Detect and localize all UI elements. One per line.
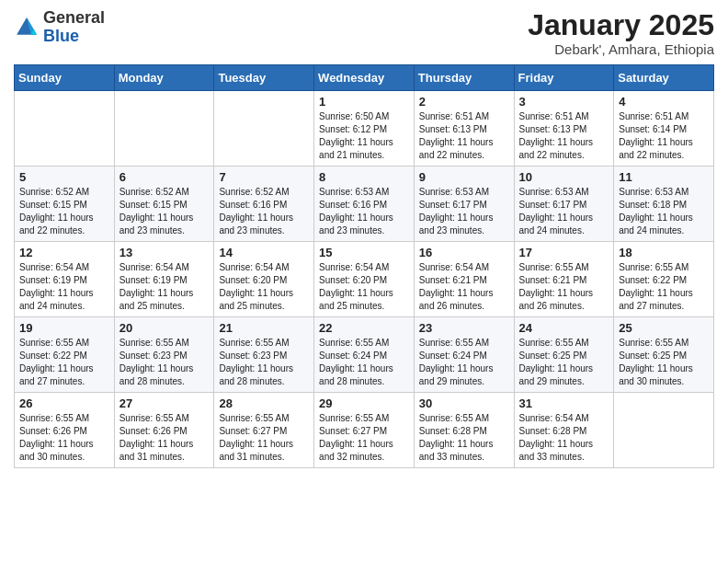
day-info: Sunrise: 6:52 AM Sunset: 6:15 PM Dayligh…	[19, 186, 109, 237]
logo-text: General Blue	[43, 9, 105, 46]
calendar-cell: 15Sunrise: 6:54 AM Sunset: 6:20 PM Dayli…	[314, 242, 415, 317]
day-info: Sunrise: 6:54 AM Sunset: 6:20 PM Dayligh…	[219, 261, 309, 313]
calendar-week-3: 12Sunrise: 6:54 AM Sunset: 6:19 PM Dayli…	[15, 242, 714, 317]
day-number: 1	[319, 95, 409, 109]
calendar-body: 1Sunrise: 6:50 AM Sunset: 6:12 PM Daylig…	[15, 91, 714, 468]
day-info: Sunrise: 6:53 AM Sunset: 6:16 PM Dayligh…	[319, 186, 409, 237]
logo-icon	[14, 15, 40, 40]
calendar-cell: 20Sunrise: 6:55 AM Sunset: 6:23 PM Dayli…	[114, 317, 214, 393]
logo-blue: Blue	[43, 27, 79, 45]
day-number: 24	[519, 321, 609, 335]
day-info: Sunrise: 6:53 AM Sunset: 6:17 PM Dayligh…	[419, 186, 509, 237]
day-info: Sunrise: 6:55 AM Sunset: 6:22 PM Dayligh…	[19, 337, 109, 388]
col-monday: Monday	[114, 65, 214, 91]
calendar-cell: 7Sunrise: 6:52 AM Sunset: 6:16 PM Daylig…	[214, 167, 314, 242]
col-sunday: Sunday	[15, 65, 115, 91]
calendar-cell: 9Sunrise: 6:53 AM Sunset: 6:17 PM Daylig…	[414, 167, 514, 242]
day-info: Sunrise: 6:55 AM Sunset: 6:22 PM Dayligh…	[619, 261, 709, 313]
title-block: January 2025 Debark', Amhara, Ethiopia	[528, 9, 714, 57]
calendar-cell: 5Sunrise: 6:52 AM Sunset: 6:15 PM Daylig…	[15, 167, 115, 242]
logo: General Blue	[14, 9, 105, 46]
day-info: Sunrise: 6:50 AM Sunset: 6:12 PM Dayligh…	[319, 110, 409, 162]
day-info: Sunrise: 6:54 AM Sunset: 6:21 PM Dayligh…	[419, 261, 509, 313]
day-number: 23	[419, 321, 509, 335]
calendar-cell: 27Sunrise: 6:55 AM Sunset: 6:26 PM Dayli…	[114, 393, 214, 468]
header-row: Sunday Monday Tuesday Wednesday Thursday…	[15, 65, 714, 91]
day-number: 4	[619, 95, 709, 109]
calendar-cell: 12Sunrise: 6:54 AM Sunset: 6:19 PM Dayli…	[15, 242, 115, 317]
calendar-cell: 29Sunrise: 6:55 AM Sunset: 6:27 PM Dayli…	[314, 393, 415, 468]
day-number: 16	[419, 246, 509, 259]
calendar-cell: 17Sunrise: 6:55 AM Sunset: 6:21 PM Dayli…	[514, 242, 614, 317]
day-number: 31	[519, 396, 609, 410]
day-info: Sunrise: 6:52 AM Sunset: 6:16 PM Dayligh…	[219, 186, 309, 237]
calendar-cell: 10Sunrise: 6:53 AM Sunset: 6:17 PM Dayli…	[514, 167, 614, 242]
calendar-cell: 2Sunrise: 6:51 AM Sunset: 6:13 PM Daylig…	[414, 91, 514, 167]
day-info: Sunrise: 6:55 AM Sunset: 6:26 PM Dayligh…	[119, 412, 210, 464]
page: General Blue January 2025 Debark', Amhar…	[0, 0, 728, 563]
calendar-cell	[114, 91, 214, 167]
page-title: January 2025	[528, 9, 714, 41]
calendar-cell: 21Sunrise: 6:55 AM Sunset: 6:23 PM Dayli…	[214, 317, 314, 393]
calendar-cell	[214, 91, 314, 167]
day-info: Sunrise: 6:54 AM Sunset: 6:28 PM Dayligh…	[519, 412, 609, 464]
calendar-cell: 25Sunrise: 6:55 AM Sunset: 6:25 PM Dayli…	[614, 317, 714, 393]
calendar-week-5: 26Sunrise: 6:55 AM Sunset: 6:26 PM Dayli…	[15, 393, 714, 468]
day-number: 22	[319, 321, 409, 335]
calendar-cell: 19Sunrise: 6:55 AM Sunset: 6:22 PM Dayli…	[15, 317, 115, 393]
day-number: 3	[519, 95, 609, 109]
calendar-week-1: 1Sunrise: 6:50 AM Sunset: 6:12 PM Daylig…	[15, 91, 714, 167]
calendar-cell: 16Sunrise: 6:54 AM Sunset: 6:21 PM Dayli…	[414, 242, 514, 317]
calendar-cell: 1Sunrise: 6:50 AM Sunset: 6:12 PM Daylig…	[314, 91, 415, 167]
day-number: 12	[19, 246, 109, 259]
day-info: Sunrise: 6:55 AM Sunset: 6:24 PM Dayligh…	[319, 337, 409, 388]
calendar-cell: 8Sunrise: 6:53 AM Sunset: 6:16 PM Daylig…	[314, 167, 415, 242]
day-info: Sunrise: 6:55 AM Sunset: 6:27 PM Dayligh…	[319, 412, 409, 464]
day-info: Sunrise: 6:55 AM Sunset: 6:25 PM Dayligh…	[519, 337, 609, 388]
calendar-cell: 31Sunrise: 6:54 AM Sunset: 6:28 PM Dayli…	[514, 393, 614, 468]
day-number: 18	[619, 246, 709, 259]
day-info: Sunrise: 6:55 AM Sunset: 6:23 PM Dayligh…	[119, 337, 210, 388]
calendar-week-4: 19Sunrise: 6:55 AM Sunset: 6:22 PM Dayli…	[15, 317, 714, 393]
day-info: Sunrise: 6:54 AM Sunset: 6:19 PM Dayligh…	[119, 261, 210, 313]
day-number: 6	[119, 170, 210, 184]
day-info: Sunrise: 6:53 AM Sunset: 6:17 PM Dayligh…	[519, 186, 609, 237]
calendar-cell: 6Sunrise: 6:52 AM Sunset: 6:15 PM Daylig…	[114, 167, 214, 242]
day-info: Sunrise: 6:55 AM Sunset: 6:27 PM Dayligh…	[219, 412, 309, 464]
day-number: 2	[419, 95, 509, 109]
day-number: 15	[319, 246, 409, 259]
day-info: Sunrise: 6:55 AM Sunset: 6:26 PM Dayligh…	[19, 412, 109, 464]
logo-general: General	[43, 8, 105, 27]
day-info: Sunrise: 6:55 AM Sunset: 6:21 PM Dayligh…	[519, 261, 609, 313]
calendar-cell: 18Sunrise: 6:55 AM Sunset: 6:22 PM Dayli…	[614, 242, 714, 317]
day-number: 30	[419, 396, 509, 410]
day-info: Sunrise: 6:55 AM Sunset: 6:23 PM Dayligh…	[219, 337, 309, 388]
day-number: 5	[19, 170, 109, 184]
day-number: 27	[119, 396, 210, 410]
day-info: Sunrise: 6:54 AM Sunset: 6:20 PM Dayligh…	[319, 261, 409, 313]
day-info: Sunrise: 6:55 AM Sunset: 6:25 PM Dayligh…	[619, 337, 709, 388]
col-wednesday: Wednesday	[314, 65, 415, 91]
col-tuesday: Tuesday	[214, 65, 314, 91]
day-number: 11	[619, 170, 709, 184]
day-number: 26	[19, 396, 109, 410]
day-info: Sunrise: 6:51 AM Sunset: 6:13 PM Dayligh…	[419, 110, 509, 162]
day-number: 10	[519, 170, 609, 184]
calendar-cell: 28Sunrise: 6:55 AM Sunset: 6:27 PM Dayli…	[214, 393, 314, 468]
calendar-cell: 30Sunrise: 6:55 AM Sunset: 6:28 PM Dayli…	[414, 393, 514, 468]
day-info: Sunrise: 6:53 AM Sunset: 6:18 PM Dayligh…	[619, 186, 709, 237]
day-number: 8	[319, 170, 409, 184]
col-friday: Friday	[514, 65, 614, 91]
day-number: 19	[19, 321, 109, 335]
calendar-cell	[15, 91, 115, 167]
day-number: 17	[519, 246, 609, 259]
day-number: 14	[219, 246, 309, 259]
calendar-table: Sunday Monday Tuesday Wednesday Thursday…	[14, 64, 714, 468]
day-number: 9	[419, 170, 509, 184]
calendar-cell: 24Sunrise: 6:55 AM Sunset: 6:25 PM Dayli…	[514, 317, 614, 393]
calendar-cell: 22Sunrise: 6:55 AM Sunset: 6:24 PM Dayli…	[314, 317, 415, 393]
day-number: 7	[219, 170, 309, 184]
day-info: Sunrise: 6:51 AM Sunset: 6:13 PM Dayligh…	[519, 110, 609, 162]
calendar-cell	[614, 393, 714, 468]
calendar-cell: 4Sunrise: 6:51 AM Sunset: 6:14 PM Daylig…	[614, 91, 714, 167]
